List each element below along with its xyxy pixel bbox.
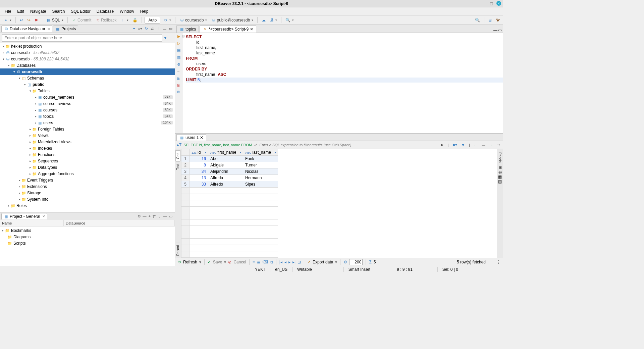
nav-last-icon[interactable]: ⇥: [496, 143, 501, 147]
doc2-icon[interactable]: 🗎: [177, 83, 180, 87]
menu-search[interactable]: Search: [49, 8, 67, 15]
tree-node-databases[interactable]: Databases: [16, 63, 36, 68]
table-row[interactable]: 28AbigaleTurner: [181, 162, 278, 168]
results-filter-input[interactable]: [259, 143, 438, 147]
table-row[interactable]: 413AlfredaHermann: [181, 175, 278, 181]
tree-node-sysinfo[interactable]: System Info: [27, 197, 48, 202]
gear-icon[interactable]: ⚙: [343, 260, 347, 264]
apply-filter-icon[interactable]: ▶: [440, 143, 444, 147]
tree-node-aggfn[interactable]: Aggregate functions: [38, 171, 74, 176]
close-icon[interactable]: ✕: [250, 27, 253, 32]
proj-min-icon[interactable]: ▭: [168, 214, 173, 218]
sql-editor[interactable]: ▶ ▷ ▤ ▥ ⚙ ⋯ 🗎 🗎 🗎 ⊟SELECT id, first_name…: [175, 33, 503, 134]
tree-node-coursesdb-remote[interactable]: coursesdb: [11, 57, 30, 61]
tree-node-datatypes[interactable]: Data types: [38, 165, 57, 170]
tree-node-foreign-tables[interactable]: Foreign Tables: [38, 127, 64, 132]
project-col-datasource[interactable]: DataSource: [64, 220, 175, 226]
menu-sql-editor[interactable]: SQL Editor: [68, 8, 93, 15]
tree-node-users[interactable]: users: [43, 120, 53, 125]
close-icon[interactable]: ✕: [47, 27, 50, 31]
menu-help[interactable]: Help: [138, 8, 151, 15]
sql-text[interactable]: ⊟SELECT id, first_name, last_name FROM u…: [182, 33, 503, 133]
refresh-icon[interactable]: ⟲: [178, 260, 181, 264]
tree-node-event-triggers[interactable]: Event Triggers: [27, 178, 53, 183]
new-connection-button[interactable]: ✦: [2, 17, 13, 23]
expand-icon[interactable]: ⤢: [254, 143, 257, 147]
nav-fwd-icon[interactable]: ↪: [26, 17, 32, 23]
first-page-icon[interactable]: |◂: [279, 260, 282, 264]
gear-icon[interactable]: ⚙: [177, 62, 180, 67]
nav-next-icon[interactable]: →: [488, 143, 494, 147]
vtab-text[interactable]: Text: [176, 161, 180, 172]
proj-collapse-icon[interactable]: —: [162, 214, 168, 218]
tree-node-course-members[interactable]: course_members: [43, 95, 74, 100]
panel-icon-4[interactable]: ▤: [498, 179, 502, 184]
more-icon[interactable]: ⋯: [177, 69, 180, 74]
vtab-panels[interactable]: Panels: [498, 150, 502, 165]
tx-mode-button[interactable]: ↻: [162, 17, 172, 23]
save-button[interactable]: Save: [213, 260, 222, 264]
quick-search-icon[interactable]: 🔍: [474, 17, 481, 23]
close-icon[interactable]: ✕: [496, 1, 501, 6]
results-grid[interactable]: 123id▾ ABCfirst_name▾ ABClast_name▾ 116A…: [181, 149, 497, 258]
tb-icon-2[interactable]: 🖶: [268, 17, 278, 23]
results-more-icon[interactable]: ⋮: [496, 260, 500, 264]
tab-project-general[interactable]: ▦Project - General✕: [1, 213, 47, 219]
tree-node-sequences[interactable]: Sequences: [38, 159, 58, 163]
doc3-icon[interactable]: 🗎: [177, 90, 180, 94]
row-edit-icon[interactable]: ≡: [253, 260, 255, 264]
nav-tool-3[interactable]: ↻: [144, 27, 149, 31]
vtab-grid[interactable]: Grid: [175, 150, 180, 161]
proj-link-icon[interactable]: ⇄: [152, 214, 157, 218]
search-button[interactable]: 🔍: [284, 17, 295, 23]
tx-button[interactable]: T: [119, 17, 130, 23]
menu-navigate[interactable]: Navigate: [28, 8, 49, 15]
fetch-all-icon[interactable]: ⊡: [298, 260, 301, 264]
nav-tool-1[interactable]: ✦: [131, 27, 137, 31]
nav-refresh-icon[interactable]: —: [481, 143, 486, 147]
dbeaver-icon[interactable]: 🐿: [494, 17, 501, 23]
project-bookmarks[interactable]: ▸📁Bookmarks: [0, 227, 175, 234]
result-tab-users1[interactable]: ▦users 1✕: [176, 134, 206, 141]
tree-node-storage[interactable]: Storage: [27, 191, 41, 195]
menu-edit[interactable]: Edit: [14, 8, 27, 15]
table-row[interactable]: 533AlfredoSipes: [181, 181, 278, 188]
tree-node-public[interactable]: public: [33, 82, 44, 87]
tree-node-indexes[interactable]: Indexes: [38, 146, 52, 151]
export-data-button[interactable]: Export data: [313, 260, 333, 264]
save-icon[interactable]: ✓: [208, 260, 211, 264]
navigator-search-input[interactable]: [2, 34, 162, 42]
tree-node-courses[interactable]: courses: [43, 108, 57, 112]
commit-button[interactable]: ✓ Commit: [70, 17, 93, 23]
sql-button[interactable]: ▤ SQL: [45, 17, 65, 23]
corner-cell[interactable]: [181, 149, 190, 156]
run-icon[interactable]: ▶: [177, 34, 180, 39]
nav-tool-5[interactable]: ⋮: [155, 27, 161, 31]
row-dup-icon[interactable]: ⧉: [270, 260, 273, 264]
project-col-name[interactable]: Name: [0, 220, 64, 226]
table-row[interactable]: 116AbeFunk: [181, 156, 278, 162]
tree-node-matviews[interactable]: Materialized Views: [38, 140, 71, 144]
tree-node-tables[interactable]: Tables: [38, 89, 50, 93]
menu-database[interactable]: Database: [94, 8, 116, 15]
close-icon[interactable]: ✕: [42, 214, 45, 218]
col-id[interactable]: 123id▾: [190, 149, 208, 156]
export-icon[interactable]: ↗: [307, 260, 311, 264]
nav-min-icon[interactable]: ▭: [168, 27, 173, 31]
project-scripts[interactable]: 📁Scripts: [0, 240, 175, 246]
explain-icon[interactable]: ▤: [177, 48, 180, 53]
tree-node-views[interactable]: Views: [38, 133, 49, 138]
vtab-record[interactable]: Record: [176, 243, 180, 258]
tree-node-functions[interactable]: Functions: [38, 152, 55, 157]
close-icon[interactable]: ✕: [200, 135, 203, 140]
menu-file[interactable]: File: [2, 8, 14, 15]
editor-max-icon[interactable]: ▭: [498, 28, 502, 33]
gear-icon[interactable]: ⚙: [137, 214, 142, 218]
nav-collapse[interactable]: —: [162, 27, 167, 31]
navigator-tree[interactable]: ▸📁hexlet production ▸⛁coursesdb- localho…: [0, 43, 175, 212]
col-first-name[interactable]: ABCfirst_name▾: [208, 149, 243, 156]
panel-icon-2[interactable]: ◎: [498, 170, 502, 174]
doc-icon[interactable]: 🗎: [177, 77, 180, 81]
minimize-icon[interactable]: —: [482, 1, 486, 6]
plan-icon[interactable]: ▥: [177, 55, 180, 60]
